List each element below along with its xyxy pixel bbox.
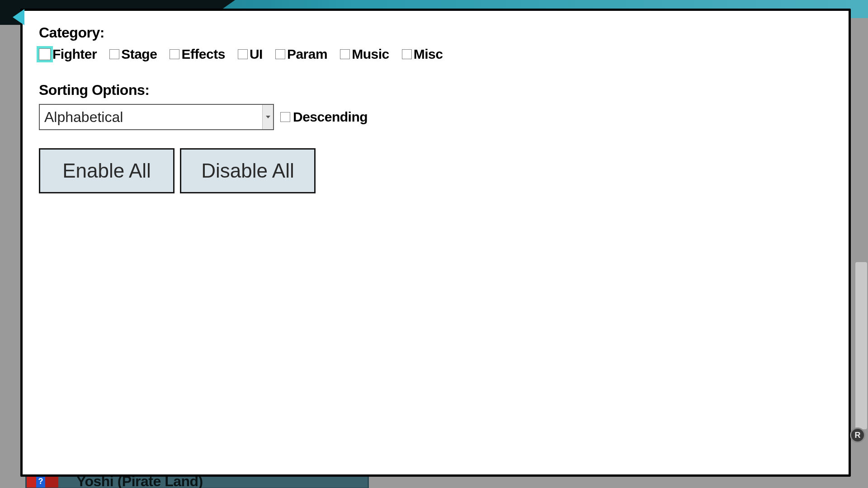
category-item-music: Music [340, 47, 389, 62]
checkbox-stage[interactable] [109, 49, 119, 59]
checkbox-effects[interactable] [170, 49, 179, 59]
dialog-panel: Category: Fighter Stage Effects UI Param [20, 9, 851, 477]
enable-all-button[interactable]: Enable All [39, 148, 175, 193]
category-item-ui: UI [238, 47, 263, 62]
checkbox-label: Param [287, 47, 327, 62]
checkbox-label: Fighter [52, 47, 97, 62]
checkbox-misc[interactable] [402, 49, 412, 59]
question-icon: ? [36, 475, 46, 488]
sorting-heading: Sorting Options: [39, 82, 832, 99]
category-item-fighter: Fighter [39, 47, 97, 62]
r-button-badge: R [850, 427, 865, 443]
checkbox-descending[interactable] [280, 112, 290, 122]
sort-select[interactable]: Alphabetical [39, 104, 274, 130]
checkbox-label: Stage [121, 47, 157, 62]
descending-option: Descending [280, 109, 368, 125]
list-item-behind: ? Yoshi (Pirate Land) [25, 475, 369, 488]
category-item-effects: Effects [170, 47, 225, 62]
category-heading: Category: [39, 24, 832, 41]
action-button-row: Enable All Disable All [39, 148, 832, 193]
sorting-row: Alphabetical Descending [39, 104, 832, 130]
category-checkbox-row: Fighter Stage Effects UI Param Music [39, 47, 832, 62]
scrollbar[interactable] [855, 262, 867, 429]
checkbox-label: Descending [293, 109, 368, 125]
checkbox-label: Misc [414, 47, 443, 62]
checkbox-label: UI [250, 47, 263, 62]
category-item-stage: Stage [109, 47, 157, 62]
checkbox-label: Effects [181, 47, 225, 62]
checkbox-ui[interactable] [238, 49, 248, 59]
checkbox-param[interactable] [275, 49, 285, 59]
checkbox-fighter[interactable] [39, 48, 51, 60]
category-item-misc: Misc [402, 47, 443, 62]
checkbox-music[interactable] [340, 49, 350, 59]
category-item-param: Param [275, 47, 327, 62]
item-color-swatch: ? [27, 475, 58, 488]
checkbox-label: Music [352, 47, 389, 62]
chevron-down-icon[interactable] [262, 105, 273, 129]
disable-all-button[interactable]: Disable All [180, 148, 316, 193]
back-arrow-icon[interactable] [13, 9, 24, 25]
sort-select-value: Alphabetical [40, 105, 262, 129]
